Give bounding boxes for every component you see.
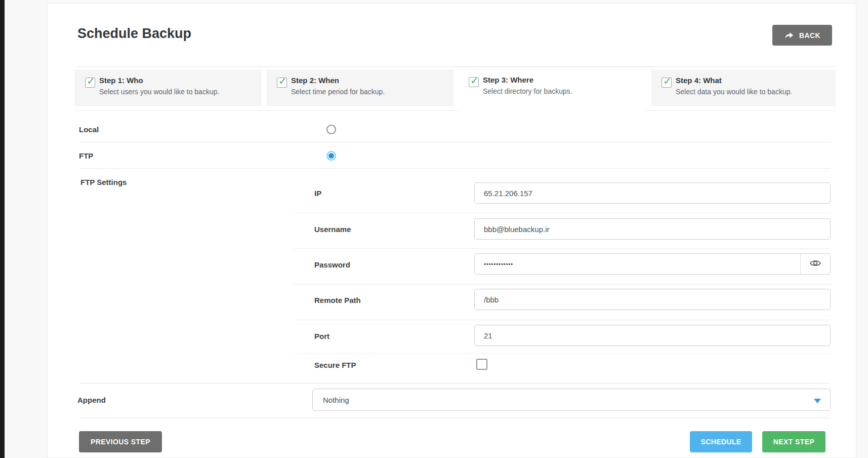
ftp-radio[interactable] bbox=[326, 151, 336, 161]
password-input[interactable] bbox=[474, 253, 801, 275]
divider bbox=[79, 168, 831, 169]
next-step-button[interactable]: NEXT STEP bbox=[762, 431, 825, 452]
username-label: Username bbox=[314, 225, 351, 234]
divider bbox=[294, 320, 831, 320]
append-selected-value: Nothing bbox=[323, 396, 349, 404]
divider bbox=[294, 284, 831, 285]
step-title: Step 2: When bbox=[291, 76, 339, 85]
divider bbox=[79, 383, 831, 384]
step-description: Select directory for backups. bbox=[483, 87, 572, 95]
append-select[interactable]: Nothing bbox=[312, 389, 831, 411]
step-description: Select data you would like to backup. bbox=[676, 88, 792, 96]
step-4-what-card[interactable]: ✓ Step 4: What Select data you would lik… bbox=[651, 70, 836, 106]
schedule-button[interactable]: SCHEDULE bbox=[690, 431, 752, 452]
back-button-label: BACK bbox=[799, 31, 820, 40]
step-title: Step 3: Where bbox=[483, 75, 533, 84]
divider bbox=[294, 353, 831, 354]
step-3-where-card[interactable]: ✓ Step 3: Where Select directory for bac… bbox=[459, 70, 646, 112]
step-description: Select time period for backup. bbox=[291, 88, 385, 96]
local-label: Local bbox=[79, 125, 99, 134]
password-label: Password bbox=[314, 260, 350, 269]
ftp-settings-label: FTP Settings bbox=[80, 178, 127, 186]
eye-icon bbox=[809, 259, 821, 270]
checkmark-icon: ✓ bbox=[85, 78, 95, 88]
page-title: Schedule Backup bbox=[77, 26, 191, 42]
schedule-backup-panel: Schedule Backup BACK ✓ Step 1: Who Selec… bbox=[47, 3, 856, 458]
port-label: Port bbox=[314, 332, 329, 340]
username-input[interactable] bbox=[474, 218, 831, 240]
secure-ftp-checkbox[interactable] bbox=[476, 359, 487, 370]
port-input[interactable] bbox=[474, 325, 831, 346]
remote-path-input[interactable] bbox=[474, 289, 831, 310]
step-title: Step 1: Who bbox=[99, 76, 143, 85]
local-radio[interactable] bbox=[326, 125, 336, 134]
previous-step-button[interactable]: PREVIOUS STEP bbox=[79, 431, 162, 452]
divider bbox=[79, 142, 831, 142]
step-2-when-card[interactable]: ✓ Step 2: When Select time period for ba… bbox=[267, 70, 453, 106]
step-description: Select users you would like to backup. bbox=[99, 88, 219, 96]
step-1-who-card[interactable]: ✓ Step 1: Who Select users you would lik… bbox=[75, 70, 261, 106]
ip-label: IP bbox=[314, 189, 321, 198]
divider bbox=[75, 110, 836, 111]
divider bbox=[294, 213, 831, 213]
checkmark-icon: ✓ bbox=[662, 78, 672, 88]
checkmark-icon: ✓ bbox=[277, 78, 287, 88]
ftp-label: FTP bbox=[79, 151, 93, 160]
step-title: Step 4: What bbox=[676, 76, 722, 85]
checkmark-icon: ✓ bbox=[469, 77, 479, 87]
forward-arrow-icon bbox=[784, 31, 794, 39]
caret-down-icon bbox=[814, 399, 821, 403]
divider bbox=[294, 248, 831, 249]
collapsed-sidebar-strip bbox=[0, 0, 5, 458]
divider bbox=[79, 417, 831, 418]
back-button[interactable]: BACK bbox=[772, 25, 832, 46]
divider bbox=[75, 66, 836, 67]
secure-ftp-label: Secure FTP bbox=[314, 361, 356, 369]
append-label: Append bbox=[77, 396, 106, 404]
show-password-button[interactable] bbox=[800, 253, 831, 275]
remote-path-label: Remote Path bbox=[314, 296, 361, 304]
ip-input[interactable] bbox=[474, 182, 831, 204]
